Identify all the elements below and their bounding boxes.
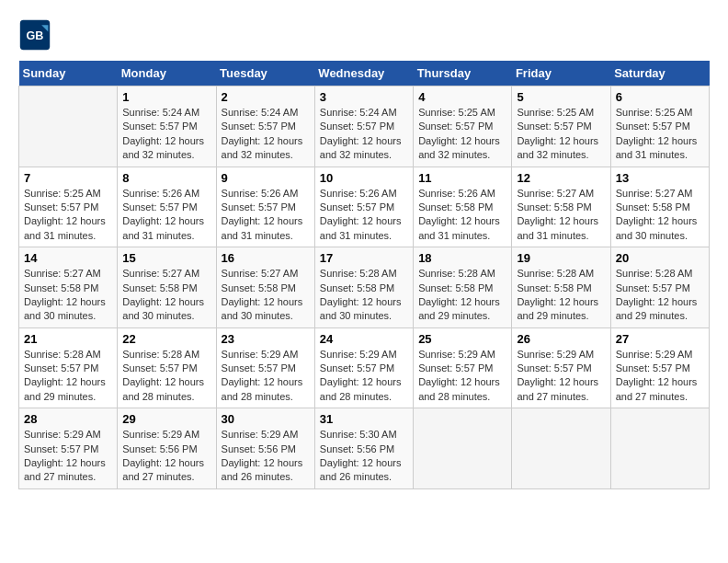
day-info: Sunrise: 5:26 AM Sunset: 5:57 PM Dayligh… — [320, 187, 408, 244]
calendar-cell: 7Sunrise: 5:25 AM Sunset: 5:57 PM Daylig… — [19, 167, 118, 247]
calendar-cell: 18Sunrise: 5:28 AM Sunset: 5:58 PM Dayli… — [414, 247, 512, 328]
day-info: Sunrise: 5:27 AM Sunset: 5:58 PM Dayligh… — [222, 267, 310, 324]
day-number: 6 — [616, 90, 704, 104]
header-cell-thursday: Thursday — [414, 61, 512, 86]
calendar-cell: 16Sunrise: 5:27 AM Sunset: 5:58 PM Dayli… — [216, 247, 314, 328]
day-info: Sunrise: 5:30 AM Sunset: 5:56 PM Dayligh… — [320, 428, 408, 485]
day-info: Sunrise: 5:29 AM Sunset: 5:57 PM Dayligh… — [517, 348, 605, 405]
calendar-cell: 31Sunrise: 5:30 AM Sunset: 5:56 PM Dayli… — [314, 408, 413, 489]
day-number: 12 — [517, 171, 605, 185]
day-number: 27 — [616, 332, 704, 346]
day-number: 3 — [320, 90, 408, 104]
day-number: 23 — [222, 332, 310, 346]
calendar-cell: 14Sunrise: 5:27 AM Sunset: 5:58 PM Dayli… — [19, 247, 118, 328]
day-number: 14 — [24, 251, 112, 265]
calendar-cell: 19Sunrise: 5:28 AM Sunset: 5:58 PM Dayli… — [512, 247, 610, 328]
calendar-cell: 9Sunrise: 5:26 AM Sunset: 5:57 PM Daylig… — [216, 167, 314, 247]
calendar-cell: 5Sunrise: 5:25 AM Sunset: 5:57 PM Daylig… — [512, 86, 610, 167]
day-info: Sunrise: 5:24 AM Sunset: 5:57 PM Dayligh… — [122, 106, 210, 163]
calendar-week-3: 14Sunrise: 5:27 AM Sunset: 5:58 PM Dayli… — [19, 247, 710, 328]
day-info: Sunrise: 5:25 AM Sunset: 5:57 PM Dayligh… — [517, 106, 605, 163]
logo-icon: GB — [18, 18, 51, 52]
day-info: Sunrise: 5:28 AM Sunset: 5:58 PM Dayligh… — [517, 267, 605, 324]
calendar-cell: 25Sunrise: 5:29 AM Sunset: 5:57 PM Dayli… — [414, 327, 512, 408]
day-info: Sunrise: 5:25 AM Sunset: 5:57 PM Dayligh… — [24, 187, 112, 244]
day-info: Sunrise: 5:27 AM Sunset: 5:58 PM Dayligh… — [517, 187, 605, 244]
day-number: 17 — [320, 251, 408, 265]
calendar-cell — [610, 408, 709, 489]
header-cell-tuesday: Tuesday — [216, 61, 314, 86]
day-number: 11 — [418, 171, 506, 185]
day-number: 24 — [320, 332, 408, 346]
calendar-week-2: 7Sunrise: 5:25 AM Sunset: 5:57 PM Daylig… — [19, 167, 710, 247]
calendar-body: 1Sunrise: 5:24 AM Sunset: 5:57 PM Daylig… — [19, 86, 710, 489]
calendar-week-5: 28Sunrise: 5:29 AM Sunset: 5:57 PM Dayli… — [19, 408, 710, 489]
calendar-week-4: 21Sunrise: 5:28 AM Sunset: 5:57 PM Dayli… — [19, 327, 710, 408]
day-number: 18 — [418, 251, 506, 265]
day-number: 25 — [418, 332, 506, 346]
calendar-header-row: SundayMondayTuesdayWednesdayThursdayFrid… — [19, 61, 710, 86]
svg-text:GB: GB — [27, 29, 44, 42]
day-number: 7 — [24, 171, 112, 185]
day-info: Sunrise: 5:29 AM Sunset: 5:57 PM Dayligh… — [418, 348, 506, 405]
day-number: 22 — [122, 332, 210, 346]
calendar-cell: 10Sunrise: 5:26 AM Sunset: 5:57 PM Dayli… — [314, 167, 413, 247]
calendar-cell: 4Sunrise: 5:25 AM Sunset: 5:57 PM Daylig… — [414, 86, 512, 167]
calendar-cell: 17Sunrise: 5:28 AM Sunset: 5:58 PM Dayli… — [314, 247, 413, 328]
calendar-table: SundayMondayTuesdayWednesdayThursdayFrid… — [18, 61, 710, 489]
day-info: Sunrise: 5:26 AM Sunset: 5:57 PM Dayligh… — [122, 187, 210, 244]
day-number: 2 — [222, 90, 310, 104]
day-number: 15 — [122, 251, 210, 265]
calendar-cell: 27Sunrise: 5:29 AM Sunset: 5:57 PM Dayli… — [610, 327, 709, 408]
calendar-cell: 28Sunrise: 5:29 AM Sunset: 5:57 PM Dayli… — [19, 408, 118, 489]
day-number: 13 — [616, 171, 704, 185]
day-number: 16 — [222, 251, 310, 265]
day-info: Sunrise: 5:26 AM Sunset: 5:57 PM Dayligh… — [222, 187, 310, 244]
calendar-cell: 2Sunrise: 5:24 AM Sunset: 5:57 PM Daylig… — [216, 86, 314, 167]
calendar-cell: 21Sunrise: 5:28 AM Sunset: 5:57 PM Dayli… — [19, 327, 118, 408]
day-info: Sunrise: 5:28 AM Sunset: 5:58 PM Dayligh… — [418, 267, 506, 324]
calendar-cell: 20Sunrise: 5:28 AM Sunset: 5:57 PM Dayli… — [610, 247, 709, 328]
day-number: 5 — [517, 90, 605, 104]
day-info: Sunrise: 5:24 AM Sunset: 5:57 PM Dayligh… — [222, 106, 310, 163]
day-info: Sunrise: 5:28 AM Sunset: 5:57 PM Dayligh… — [616, 267, 704, 324]
day-info: Sunrise: 5:27 AM Sunset: 5:58 PM Dayligh… — [616, 187, 704, 244]
day-info: Sunrise: 5:25 AM Sunset: 5:57 PM Dayligh… — [418, 106, 506, 163]
day-info: Sunrise: 5:27 AM Sunset: 5:58 PM Dayligh… — [122, 267, 210, 324]
day-info: Sunrise: 5:29 AM Sunset: 5:57 PM Dayligh… — [616, 348, 704, 405]
day-info: Sunrise: 5:29 AM Sunset: 5:57 PM Dayligh… — [24, 428, 112, 485]
header-cell-monday: Monday — [118, 61, 216, 86]
header-cell-wednesday: Wednesday — [314, 61, 413, 86]
calendar-cell: 11Sunrise: 5:26 AM Sunset: 5:58 PM Dayli… — [414, 167, 512, 247]
calendar-week-1: 1Sunrise: 5:24 AM Sunset: 5:57 PM Daylig… — [19, 86, 710, 167]
day-number: 1 — [122, 90, 210, 104]
header-cell-friday: Friday — [512, 61, 610, 86]
calendar-cell: 6Sunrise: 5:25 AM Sunset: 5:57 PM Daylig… — [610, 86, 709, 167]
day-info: Sunrise: 5:29 AM Sunset: 5:56 PM Dayligh… — [222, 428, 310, 485]
calendar-cell: 26Sunrise: 5:29 AM Sunset: 5:57 PM Dayli… — [512, 327, 610, 408]
logo: GB — [18, 18, 55, 52]
calendar-cell: 12Sunrise: 5:27 AM Sunset: 5:58 PM Dayli… — [512, 167, 610, 247]
calendar-cell: 30Sunrise: 5:29 AM Sunset: 5:56 PM Dayli… — [216, 408, 314, 489]
header-cell-sunday: Sunday — [19, 61, 118, 86]
day-number: 10 — [320, 171, 408, 185]
day-number: 31 — [320, 412, 408, 426]
header-cell-saturday: Saturday — [610, 61, 709, 86]
day-info: Sunrise: 5:28 AM Sunset: 5:57 PM Dayligh… — [122, 348, 210, 405]
day-info: Sunrise: 5:29 AM Sunset: 5:57 PM Dayligh… — [222, 348, 310, 405]
calendar-cell: 8Sunrise: 5:26 AM Sunset: 5:57 PM Daylig… — [118, 167, 216, 247]
day-number: 4 — [418, 90, 506, 104]
day-info: Sunrise: 5:24 AM Sunset: 5:57 PM Dayligh… — [320, 106, 408, 163]
calendar-cell: 1Sunrise: 5:24 AM Sunset: 5:57 PM Daylig… — [118, 86, 216, 167]
calendar-cell: 13Sunrise: 5:27 AM Sunset: 5:58 PM Dayli… — [610, 167, 709, 247]
day-number: 20 — [616, 251, 704, 265]
day-info: Sunrise: 5:27 AM Sunset: 5:58 PM Dayligh… — [24, 267, 112, 324]
day-info: Sunrise: 5:29 AM Sunset: 5:56 PM Dayligh… — [122, 428, 210, 485]
calendar-cell: 29Sunrise: 5:29 AM Sunset: 5:56 PM Dayli… — [118, 408, 216, 489]
calendar-cell — [414, 408, 512, 489]
calendar-cell — [19, 86, 118, 167]
calendar-cell: 15Sunrise: 5:27 AM Sunset: 5:58 PM Dayli… — [118, 247, 216, 328]
day-info: Sunrise: 5:28 AM Sunset: 5:58 PM Dayligh… — [320, 267, 408, 324]
day-number: 19 — [517, 251, 605, 265]
calendar-cell: 23Sunrise: 5:29 AM Sunset: 5:57 PM Dayli… — [216, 327, 314, 408]
